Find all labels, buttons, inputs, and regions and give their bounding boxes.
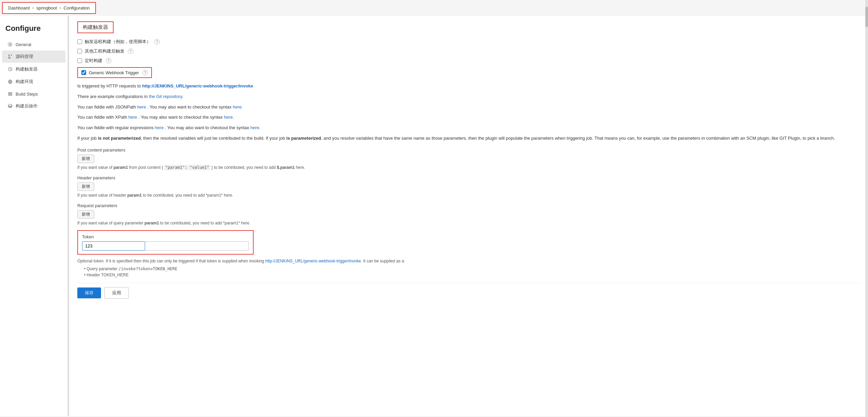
globe-icon: [7, 79, 13, 84]
scrollbar[interactable]: [865, 0, 868, 416]
xpath-here-link1[interactable]: here: [129, 115, 137, 120]
timer-help-icon[interactable]: ?: [106, 58, 111, 63]
layers-icon: [7, 103, 13, 109]
remote-help-icon[interactable]: ?: [154, 39, 160, 44]
sidebar-item-env-label: 构建环境: [16, 79, 33, 85]
svg-rect-6: [8, 94, 12, 94]
checkbox-webhook-input[interactable]: [81, 70, 86, 75]
webhook-desc-line4: You can fiddle with XPath here . You may…: [77, 114, 860, 121]
checkbox-remote-input[interactable]: [77, 39, 82, 44]
jsonpath-here-link1[interactable]: here: [137, 104, 146, 110]
checkbox-timer-input[interactable]: [77, 58, 82, 63]
sidebar-item-steps-label: Build Steps: [16, 92, 38, 97]
sidebar-item-source[interactable]: 源码管理: [2, 51, 65, 63]
sidebar-item-trigger[interactable]: 构建触发器: [2, 63, 65, 75]
sidebar: Configure General 源码管理: [0, 16, 68, 416]
token-input[interactable]: [82, 241, 145, 251]
sidebar-item-source-label: 源码管理: [16, 54, 33, 60]
request-params-add-btn[interactable]: 新增: [77, 210, 94, 219]
sidebar-item-steps[interactable]: Build Steps: [2, 88, 65, 100]
header-params-add-btn[interactable]: 新增: [77, 182, 94, 191]
gear-icon: [7, 42, 13, 47]
webhook-desc-line1: Is triggered by HTTP requests to http://…: [77, 83, 860, 90]
sidebar-item-general-label: General: [16, 42, 31, 47]
checkbox-webhook-label: Generic Webhook Trigger: [89, 70, 139, 75]
post-content-add-btn[interactable]: 新增: [77, 155, 94, 163]
sidebar-item-general[interactable]: General: [2, 39, 65, 50]
header-params-hint: If you want value of header param1 to be…: [77, 193, 860, 198]
sidebar-item-post[interactable]: 构建后操作: [2, 100, 65, 112]
sidebar-item-trigger-label: 构建触发器: [16, 66, 38, 72]
token-label: Token: [82, 234, 249, 239]
breadcrumb-dashboard[interactable]: Dashboard: [8, 5, 30, 11]
breadcrumb-configuration: Configuration: [64, 5, 90, 11]
apply-button[interactable]: 应用: [104, 287, 129, 299]
breadcrumb: Dashboard > springboot > Configuration: [2, 2, 96, 14]
xpath-here-link2[interactable]: here: [224, 115, 233, 120]
regex-here-link2[interactable]: here: [250, 125, 259, 130]
request-params-hint: If you want value of query parameter par…: [77, 221, 860, 225]
jsonpath-here-link2[interactable]: here: [233, 104, 241, 110]
fork-icon: [7, 54, 13, 59]
token-input-ext[interactable]: [145, 241, 249, 251]
webhook-param-desc: If your job is not parameterized, then t…: [77, 135, 860, 142]
optional-token-text: Optional token. If it is specified then …: [77, 258, 860, 264]
page-title: Configure: [0, 21, 67, 38]
regex-here-link1[interactable]: here: [155, 125, 164, 130]
token-bullet-2: • Header TOKEN_HERE: [84, 273, 860, 277]
list-icon: [7, 91, 13, 97]
save-button[interactable]: 保存: [77, 287, 101, 298]
token-section: Token: [77, 230, 254, 255]
checkbox-webhook-trigger-row: Generic Webhook Trigger ?: [77, 67, 152, 78]
checkbox-timer-trigger: 定时构建 ?: [77, 58, 860, 64]
optional-token-url[interactable]: http://JENKINS_URL/generic-webhook-trigg…: [265, 259, 361, 263]
main-content: 构建触发器 触发远程构建（例如，使用脚本） ? 其他工程构建后触发 ? 定时构建…: [69, 16, 868, 416]
svg-point-0: [8, 55, 9, 56]
post-content-section-label: Post content parameters: [77, 147, 860, 153]
build-trigger-heading: 构建触发器: [77, 21, 114, 33]
webhook-help-icon[interactable]: ?: [142, 70, 148, 75]
svg-rect-7: [8, 95, 12, 96]
webhook-desc-line3: You can fiddle with JSONPath here . You …: [77, 104, 860, 111]
bottom-bar: 保存 应用: [77, 283, 860, 303]
svg-rect-5: [8, 93, 12, 93]
svg-point-1: [11, 55, 12, 56]
scrollbar-thumb[interactable]: [865, 7, 868, 27]
post-content-hint: If you want value of param1 from post co…: [77, 165, 860, 170]
webhook-desc-line5: You can fiddle with regular expressions …: [77, 124, 860, 132]
breadcrumb-springboot[interactable]: springboot: [36, 5, 57, 11]
token-bullet-1: • Query parameter /invoke?token=TOKEN_HE…: [84, 266, 860, 271]
webhook-url-link[interactable]: http://JENKINS_URL/generic-webhook-trigg…: [142, 83, 253, 88]
other-help-icon[interactable]: ?: [128, 48, 133, 54]
header-params-section-label: Header parameters: [77, 175, 860, 180]
token-input-row: [82, 241, 249, 251]
checkbox-remote-label: 触发远程构建（例如，使用脚本）: [85, 39, 151, 45]
git-repo-link[interactable]: the Git repository: [149, 94, 182, 99]
sidebar-item-env[interactable]: 构建环境: [2, 76, 65, 88]
clock-icon: [7, 66, 13, 72]
checkbox-remote-trigger: 触发远程构建（例如，使用脚本） ?: [77, 39, 860, 45]
sidebar-item-post-label: 构建后操作: [16, 103, 38, 109]
checkbox-other-trigger: 其他工程构建后触发 ?: [77, 48, 860, 54]
checkbox-other-input[interactable]: [77, 49, 82, 54]
checkbox-other-label: 其他工程构建后触发: [85, 48, 124, 54]
webhook-desc-line2: There are example configurations in the …: [77, 93, 860, 100]
checkbox-timer-label: 定时构建: [85, 58, 102, 64]
request-params-section-label: Request parameters: [77, 203, 860, 208]
